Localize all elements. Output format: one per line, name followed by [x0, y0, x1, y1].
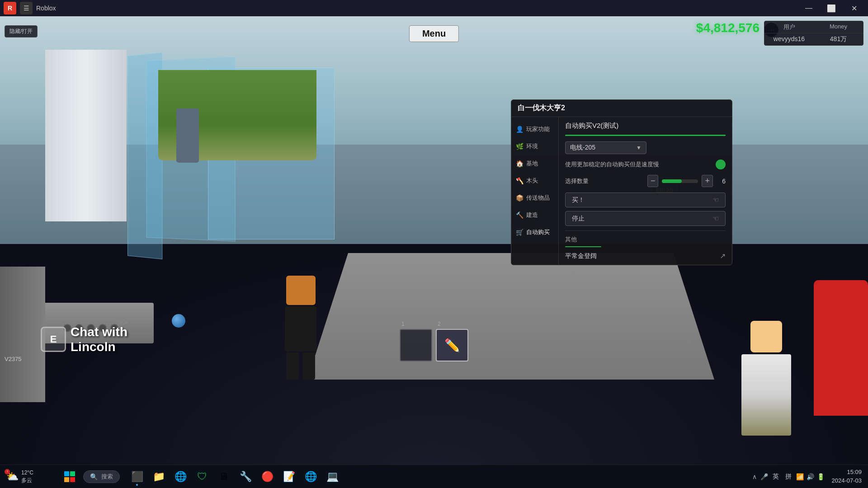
- toggle-indicator[interactable]: [716, 160, 726, 169]
- hotbar-slot-1[interactable]: [400, 329, 432, 361]
- globe-icon: 🌐: [305, 471, 317, 483]
- win-quad-4: [70, 477, 75, 482]
- stop-button[interactable]: 停止 ☜: [565, 211, 726, 226]
- battery-icon[interactable]: 🔋: [817, 473, 825, 480]
- sidebar-player[interactable]: 👤 玩家功能: [511, 121, 558, 138]
- panel-title: 白一伐木大亨2: [511, 100, 732, 117]
- game-viewport: >>: [0, 0, 868, 470]
- wall-structure: [45, 50, 127, 221]
- build-icon: 🔨: [516, 211, 524, 219]
- sidebar-base[interactable]: 🏠 基地: [511, 155, 558, 172]
- roblox-logo: R: [4, 2, 16, 14]
- close-button[interactable]: ✕: [844, 1, 864, 15]
- wifi-icon[interactable]: 📶: [796, 473, 804, 480]
- tb-app-edge[interactable]: 🌐: [170, 467, 190, 487]
- sidebar-label-build: 建造: [526, 211, 538, 219]
- taskbar: ! ⛅ 12°C 多云 🔍 搜索 ⬛ 📁 🌐 🛡: [0, 465, 868, 488]
- chat-label-line2: Lincoln: [71, 340, 116, 354]
- sub-action-icon: ↗: [720, 252, 726, 260]
- weather-info: 12°C 多云: [21, 469, 33, 484]
- chat-prompt: E Chat with Lincoln: [41, 324, 127, 355]
- qty-control: − + 6: [647, 175, 726, 187]
- system-tray: ∧ 🎤 英 拼 📶 🔊 🔋 15:09 2024-07-03: [746, 468, 868, 484]
- wire-dropdown[interactable]: 电线-205 ▼: [565, 141, 646, 154]
- player-icon: 👤: [516, 126, 524, 133]
- other-section-label: 其他: [565, 235, 726, 244]
- time-value: 15:09: [832, 468, 862, 476]
- qty-slider-fill: [662, 179, 682, 183]
- sidebar-environment[interactable]: 🌿 环境: [511, 138, 558, 155]
- weather-desc: 多云: [21, 477, 33, 484]
- hotbar-slot-2[interactable]: ✏️: [436, 329, 468, 361]
- edge-icon: 🌐: [175, 471, 187, 483]
- tb-app-explorer[interactable]: 📁: [149, 467, 169, 487]
- lang-pinyin[interactable]: 拼: [783, 472, 793, 482]
- tb-app-globe[interactable]: 🌐: [301, 467, 321, 487]
- monitor-icon: 💻: [326, 471, 339, 483]
- transfer-icon: 📦: [516, 194, 524, 202]
- ground-path: [307, 253, 714, 380]
- player-legs: [285, 352, 316, 380]
- weather-widget: ! ⛅ 12°C 多云: [0, 469, 59, 484]
- tb-app-monitor[interactable]: 💻: [322, 467, 342, 487]
- player-head: [286, 276, 316, 305]
- clock-display: 15:09 2024-07-03: [832, 468, 862, 484]
- pencil-icon: ✏️: [444, 338, 460, 353]
- date-value: 2024-07-03: [832, 477, 862, 485]
- qty-plus-button[interactable]: +: [702, 175, 713, 187]
- tb-app-roblox[interactable]: ⬛: [127, 467, 147, 487]
- blue-sphere: [172, 314, 185, 328]
- tray-expand-icon[interactable]: ∧: [752, 473, 757, 480]
- chat-key-badge: E: [41, 327, 66, 352]
- qty-value-display: 6: [717, 178, 726, 185]
- tb-app-desktop[interactable]: 🖥: [214, 467, 234, 487]
- search-bar[interactable]: 🔍 搜索: [83, 470, 120, 483]
- sidebar-autopurchase[interactable]: 🛒 自动购买: [511, 224, 558, 241]
- shield-icon: 🛡: [197, 471, 207, 483]
- panel-main-content: 自动购买V2(测试) 电线-205 ▼ 使用更加稳定的自动购买但是速度慢 选择数…: [559, 117, 732, 265]
- sidebar-wood[interactable]: 🪓 木头: [511, 172, 558, 189]
- stop-icon: ☜: [712, 214, 719, 223]
- sidebar-transfer[interactable]: 📦 传送物品: [511, 189, 558, 206]
- qty-slider[interactable]: [662, 179, 698, 183]
- balance-display: $4,812,576: [696, 21, 760, 35]
- sidebar-label-player: 玩家功能: [526, 125, 550, 133]
- tb-app-notes[interactable]: 📝: [279, 467, 299, 487]
- tool2-icon: 🔴: [261, 471, 274, 483]
- tb-app-tool2[interactable]: 🔴: [257, 467, 277, 487]
- maximize-button[interactable]: ⬜: [821, 1, 842, 15]
- autopurchase-icon: 🛒: [516, 229, 524, 236]
- weather-icon-container: ! ⛅: [6, 471, 19, 483]
- app-title: Roblox: [36, 5, 798, 12]
- tool1-icon: 🔧: [240, 471, 252, 483]
- window-controls: — ⬜ ✕: [798, 1, 864, 15]
- explorer-icon: 📁: [153, 471, 165, 483]
- volume-icon[interactable]: 🔊: [807, 473, 814, 480]
- toggle-button[interactable]: 隐藏/打开: [5, 25, 38, 38]
- start-button[interactable]: [59, 466, 80, 488]
- qty-row: 选择数量 − + 6: [565, 175, 726, 187]
- money-col-header: Money: [814, 21, 863, 33]
- menu-button[interactable]: Menu: [409, 25, 459, 42]
- sub-action-label: 平常金登阔: [565, 252, 597, 260]
- hotbar-slot2-number: 2: [438, 321, 441, 327]
- stop-label: 停止: [572, 215, 585, 223]
- search-icon: 🔍: [90, 473, 98, 480]
- tb-app-shield[interactable]: 🛡: [192, 467, 212, 487]
- sidebar-label-autopurchase: 自动购买: [526, 228, 550, 236]
- qty-minus-button[interactable]: −: [647, 175, 659, 187]
- tb-app-tool1[interactable]: 🔧: [236, 467, 255, 487]
- win-quad-2: [70, 471, 75, 476]
- money-table-header: 用户 Money: [764, 21, 863, 33]
- minimize-button[interactable]: —: [798, 1, 819, 15]
- money-cell: 481万: [814, 33, 863, 45]
- sidebar-build[interactable]: 🔨 建造: [511, 206, 558, 224]
- microphone-icon[interactable]: 🎤: [760, 473, 768, 480]
- buy-button[interactable]: 买！ ☜: [565, 192, 726, 207]
- panel-sidebar: 👤 玩家功能 🌿 环境 🏠 基地 🪓 木头 📦 传送物品 🔨 建造: [511, 117, 559, 265]
- title-bar: R ☰ Roblox — ⬜ ✕: [0, 0, 868, 16]
- player-leg-left: [286, 352, 299, 380]
- chat-label-line1: Chat with: [71, 325, 127, 339]
- lang-en[interactable]: 英: [771, 472, 781, 482]
- taskbar-apps: ⬛ 📁 🌐 🛡 🖥 🔧 🔴 📝 🌐 💻: [123, 467, 746, 487]
